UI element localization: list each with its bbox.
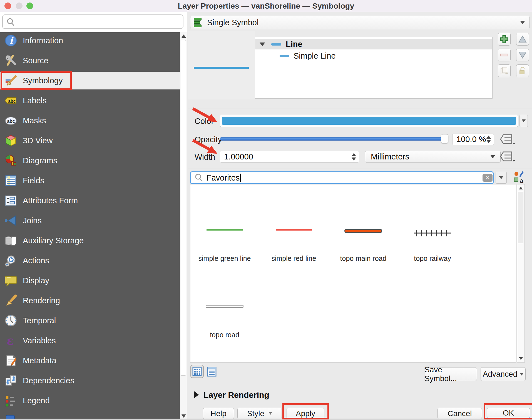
opacity-slider-handle[interactable] [441, 134, 448, 143]
line-symbol-icon [271, 43, 281, 46]
symbol-item-label: topo main road [327, 254, 399, 262]
color-dropdown-button[interactable] [519, 115, 528, 127]
chevron-down-icon [490, 155, 495, 158]
opacity-slider[interactable] [220, 137, 446, 141]
symbology-icon [4, 74, 17, 87]
sidebar-item-information[interactable]: iInformation [0, 32, 180, 49]
opacity-spinbox[interactable]: 100.0 % [452, 134, 494, 145]
sidebar-item-label: Dependencies [23, 376, 74, 385]
symbol-item[interactable] [194, 305, 255, 308]
sidebar-item-label: Labels [23, 96, 46, 105]
symbol-item[interactable] [263, 229, 324, 231]
sidebar-item-variables[interactable]: εVariables [0, 332, 180, 349]
help-button[interactable]: Help [203, 408, 234, 419]
lock-icon-button[interactable] [516, 64, 529, 77]
expand-arrow-icon[interactable] [260, 42, 265, 46]
line-preview [206, 305, 243, 308]
move-up-button[interactable] [516, 33, 529, 46]
sidebar-item-masks[interactable]: abcMasks [0, 112, 180, 129]
move-down-button[interactable] [516, 49, 529, 61]
style-menu-button[interactable]: Style [237, 408, 282, 419]
sidebar-item-source[interactable]: Source [0, 52, 180, 69]
lock-open-icon [519, 67, 526, 75]
data-defined-override-button[interactable] [499, 134, 516, 145]
collapse-arrow-icon[interactable] [194, 391, 199, 398]
tree-child-label: Simple Line [294, 51, 336, 61]
scroll-down-icon[interactable] [519, 357, 523, 360]
sidebar-item-diagrams[interactable]: Diagrams [0, 152, 180, 169]
sidebar-item-3d-view[interactable]: 3D View [0, 132, 180, 149]
list-view-icon [207, 367, 217, 377]
svg-text:abc: abc [8, 99, 16, 104]
table-icon [4, 174, 17, 187]
sidebar-item-attributes-form[interactable]: Attributes Form [0, 192, 180, 209]
scroll-down-icon[interactable] [182, 414, 186, 418]
chevron-down-icon [269, 412, 272, 415]
advanced-button[interactable]: Advanced [481, 367, 526, 381]
apply-button[interactable]: Apply [287, 408, 324, 419]
line-preview [207, 229, 243, 231]
chevron-down-icon [522, 119, 526, 122]
search-filter-dropdown-button[interactable] [496, 172, 507, 184]
symbol-item[interactable] [194, 229, 255, 231]
plus-icon [500, 35, 508, 43]
sidebar-item-label: Source [23, 56, 48, 65]
add-symbol-layer-button[interactable] [498, 33, 511, 46]
sidebar-item-symbology[interactable]: Symbology [0, 72, 180, 89]
sidebar-scroll-thumb[interactable] [181, 40, 186, 376]
save-symbol-button[interactable]: Save Symbol... [424, 367, 477, 381]
width-spinbox[interactable]: 1.00000 [220, 151, 359, 162]
chevron-down-icon [499, 176, 503, 179]
sidebar-item-temporal[interactable]: Temporal [0, 312, 180, 329]
document-pencil-icon [4, 354, 17, 367]
sidebar-item-rendering[interactable]: Rendering [0, 292, 180, 309]
minus-icon [500, 53, 508, 57]
remove-symbol-layer-button[interactable] [498, 49, 511, 61]
sidebar-item-dependencies[interactable]: Dependencies [0, 372, 180, 389]
sidebar-item-label: Rendering [23, 296, 60, 305]
sidebar-item-auxiliary-storage[interactable]: Auxiliary Storage [0, 232, 180, 249]
sidebar-search-input[interactable] [2, 14, 183, 29]
tree-row-line[interactable]: Line [255, 39, 492, 49]
tree-row-simple-line[interactable]: Simple Line [255, 51, 492, 61]
data-defined-override-button[interactable] [499, 151, 516, 162]
clear-search-button[interactable]: ✕ [483, 174, 493, 182]
style-search-input[interactable]: Favorites [190, 171, 494, 184]
icon-view-button[interactable] [190, 365, 204, 378]
color-button[interactable] [220, 115, 518, 127]
sidebar-search-area [0, 12, 187, 32]
symbol-item[interactable] [333, 229, 394, 233]
scroll-up-icon[interactable] [182, 34, 186, 38]
style-manager-icon-button[interactable]: a [513, 171, 525, 184]
sidebar-item-metadata[interactable]: Metadata [0, 352, 180, 369]
spinner-arrows-icon[interactable] [352, 153, 356, 161]
cube-3d-icon [4, 134, 17, 147]
sidebar-item-legend[interactable]: Legend [0, 392, 180, 409]
sidebar-item-fields[interactable]: Fields [0, 172, 180, 189]
scroll-up-icon[interactable] [519, 187, 523, 189]
cancel-button[interactable]: Cancel [437, 408, 482, 419]
renderer-combobox[interactable]: Single Symbol [190, 16, 530, 29]
duplicate-symbol-layer-button[interactable]: ✱ [498, 64, 511, 77]
gallery-scroll-thumb[interactable] [518, 192, 523, 243]
sidebar-item-label: Temporal [23, 316, 56, 325]
gallery-scrollbar[interactable] [517, 184, 525, 362]
list-view-button[interactable] [206, 366, 217, 377]
sidebar-scrollbar[interactable] [180, 32, 187, 420]
sidebar-item-labels[interactable]: abcLabels [0, 92, 180, 109]
spinner-arrows-icon[interactable] [486, 136, 491, 143]
triangle-up-icon [518, 36, 527, 43]
layer-properties-window: Layer Properties — vanShoreline — Symbol… [0, 0, 532, 420]
sidebar-item-display[interactable]: Display [0, 272, 180, 289]
ok-button[interactable]: OK [487, 408, 530, 419]
width-unit-combobox[interactable]: Millimeters [365, 151, 501, 162]
sidebar-item-label: Attributes Form [23, 196, 78, 205]
speech-bubble-icon [4, 274, 17, 287]
width-label: Width [195, 152, 215, 162]
sidebar-item-joins[interactable]: Joins [0, 212, 180, 229]
symbol-item[interactable] [402, 229, 463, 238]
sidebar-item-actions[interactable]: Actions [0, 252, 180, 269]
apply-label: Apply [296, 409, 315, 418]
layer-rendering-header[interactable]: Layer Rendering [203, 390, 269, 400]
sidebar-item-label: Fields [23, 176, 44, 185]
